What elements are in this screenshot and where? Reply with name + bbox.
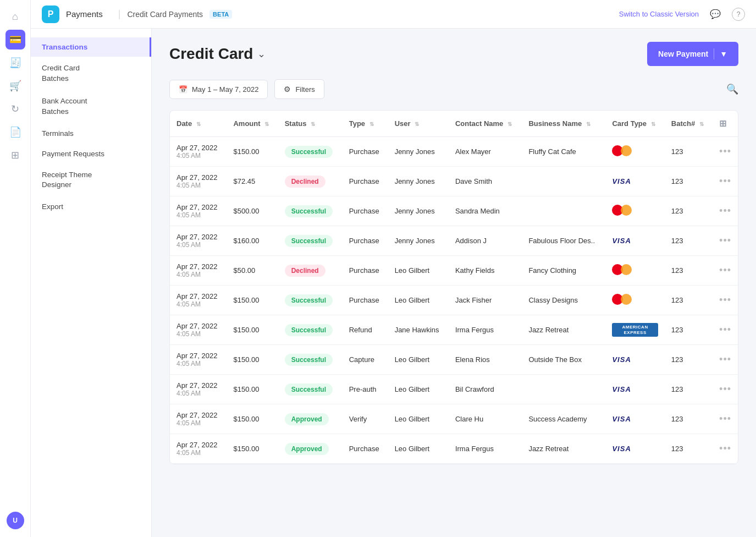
help-icon[interactable]: ? (732, 8, 745, 21)
btn-divider (714, 48, 714, 59)
status-badge: Successful (285, 294, 333, 306)
time-value: 4:05 AM (176, 152, 220, 160)
cell-card-type-4 (605, 256, 664, 286)
cart-icon[interactable]: 🛒 (5, 76, 25, 96)
chat-icon[interactable]: 💬 (708, 7, 723, 22)
invoices-icon[interactable]: 🧾 (5, 53, 25, 73)
row-more-button[interactable]: ••• (719, 324, 731, 335)
date-value: Apr 27, 2022 (176, 144, 220, 152)
col-user[interactable]: User ⇅ (388, 111, 449, 137)
page-title-chevron-icon[interactable]: ⌄ (257, 48, 266, 60)
sidebar-item-transactions[interactable]: Transactions (31, 37, 151, 57)
row-more-button[interactable]: ••• (719, 146, 731, 157)
cell-more-4: ••• (713, 256, 738, 286)
payments-icon[interactable]: 💳 (5, 30, 25, 50)
cell-amount-1: $72.45 (227, 167, 278, 196)
table-row: Apr 27, 2022 4:05 AM $150.00 Approved Ve… (170, 404, 738, 434)
cell-contact-5: Jack Fisher (449, 286, 522, 315)
row-more-button[interactable]: ••• (719, 176, 731, 187)
cell-batch-4: 123 (665, 256, 713, 286)
cell-status-7: Successful (278, 345, 343, 375)
table-header-row: Date ⇅ Amount ⇅ Status ⇅ Type ⇅ User ⇅ C… (170, 111, 738, 137)
col-status[interactable]: Status ⇅ (278, 111, 343, 137)
main-layout: Transactions Credit CardBatches Bank Acc… (31, 29, 756, 537)
cell-user-0: Jenny Jones (388, 137, 449, 167)
cell-user-9: Leo Gilbert (388, 404, 449, 434)
main-content: Credit Card ⌄ New Payment ▼ 📅 May 1 – Ma… (152, 29, 756, 537)
cell-date-2: Apr 27, 2022 4:05 AM (170, 196, 227, 226)
transactions-table: Date ⇅ Amount ⇅ Status ⇅ Type ⇅ User ⇅ C… (170, 111, 738, 464)
row-more-button[interactable]: ••• (719, 265, 731, 276)
user-avatar-icon[interactable]: U (5, 511, 25, 530)
status-sort-icon: ⇅ (311, 121, 315, 127)
search-button[interactable]: 🔍 (726, 83, 738, 95)
cell-more-8: ••• (713, 375, 738, 404)
cell-date-8: Apr 27, 2022 4:05 AM (170, 375, 227, 404)
cell-type-5: Purchase (343, 286, 388, 315)
visa-icon: VISA (612, 445, 631, 453)
sidebar-item-export[interactable]: Export (31, 197, 151, 216)
cell-card-type-8: VISA (605, 375, 664, 404)
status-badge: Declined (285, 176, 325, 188)
refresh-icon[interactable]: ↻ (5, 99, 25, 119)
cell-status-3: Successful (278, 226, 343, 256)
col-card-type[interactable]: Card Type ⇅ (605, 111, 664, 137)
cell-date-7: Apr 27, 2022 4:05 AM (170, 345, 227, 375)
columns-toggle-icon[interactable]: ⊞ (719, 119, 726, 128)
visa-icon: VISA (612, 415, 631, 423)
home-icon[interactable]: ⌂ (5, 7, 25, 26)
status-badge: Approved (285, 443, 329, 455)
cell-status-9: Approved (278, 404, 343, 434)
date-range-button[interactable]: 📅 May 1 – May 7, 2022 (169, 80, 268, 99)
cell-business-8 (522, 375, 605, 404)
app-name: Payments (66, 9, 103, 19)
col-type[interactable]: Type ⇅ (343, 111, 388, 137)
sidebar-item-receipt-theme-designer[interactable]: Receipt ThemeDesigner (31, 165, 151, 196)
new-payment-dropdown-icon[interactable]: ▼ (720, 50, 727, 58)
col-batch[interactable]: Batch# ⇅ (665, 111, 713, 137)
cell-business-5: Classy Designs (522, 286, 605, 315)
sidebar-item-bank-account-batches[interactable]: Bank AccountBatches (31, 91, 151, 123)
cell-card-type-6: AMERICANEXPRESS (605, 315, 664, 345)
row-more-button[interactable]: ••• (719, 205, 731, 216)
filters-button[interactable]: ⚙ Filters (274, 79, 324, 99)
sidebar-item-credit-card-batches[interactable]: Credit CardBatches (31, 58, 151, 90)
visa-icon: VISA (612, 385, 631, 393)
cell-business-9: Success Academy (522, 404, 605, 434)
cell-more-6: ••• (713, 315, 738, 345)
switch-version-link[interactable]: Switch to Classic Version (619, 10, 699, 18)
row-more-button[interactable]: ••• (719, 235, 731, 246)
col-contact[interactable]: Contact Name ⇅ (449, 111, 522, 137)
new-payment-button[interactable]: New Payment ▼ (647, 42, 738, 66)
sidebar-item-terminals[interactable]: Terminals (31, 124, 151, 143)
row-more-button[interactable]: ••• (719, 383, 731, 394)
col-business[interactable]: Business Name ⇅ (522, 111, 605, 137)
status-badge: Successful (285, 205, 333, 217)
row-more-button[interactable]: ••• (719, 294, 731, 305)
row-more-button[interactable]: ••• (719, 354, 731, 365)
sidebar-item-payment-requests[interactable]: Payment Requests (31, 144, 151, 163)
table-row: Apr 27, 2022 4:05 AM $150.00 Successful … (170, 375, 738, 404)
amount-sort-icon: ⇅ (264, 121, 269, 127)
status-badge: Successful (285, 235, 333, 247)
topbar-divider: | (118, 8, 121, 20)
cell-amount-2: $500.00 (227, 196, 278, 226)
col-amount[interactable]: Amount ⇅ (227, 111, 278, 137)
cell-user-6: Jane Hawkins (388, 315, 449, 345)
doc-icon[interactable]: 📄 (5, 122, 25, 142)
row-more-button[interactable]: ••• (719, 443, 731, 454)
date-sort-icon: ⇅ (196, 121, 201, 127)
col-date[interactable]: Date ⇅ (170, 111, 227, 137)
cell-type-2: Purchase (343, 196, 388, 226)
cell-type-7: Capture (343, 345, 388, 375)
icon-rail: ⌂ 💳 🧾 🛒 ↻ 📄 ⊞ U (0, 0, 31, 537)
calendar-icon: 📅 (179, 85, 187, 94)
row-more-button[interactable]: ••• (719, 413, 731, 424)
status-badge: Successful (285, 354, 333, 366)
grid-icon[interactable]: ⊞ (5, 145, 25, 165)
time-value: 4:05 AM (176, 449, 220, 457)
table-row: Apr 27, 2022 4:05 AM $150.00 Approved Pu… (170, 434, 738, 464)
cell-type-6: Refund (343, 315, 388, 345)
cell-amount-8: $150.00 (227, 375, 278, 404)
cell-batch-10: 123 (665, 434, 713, 464)
